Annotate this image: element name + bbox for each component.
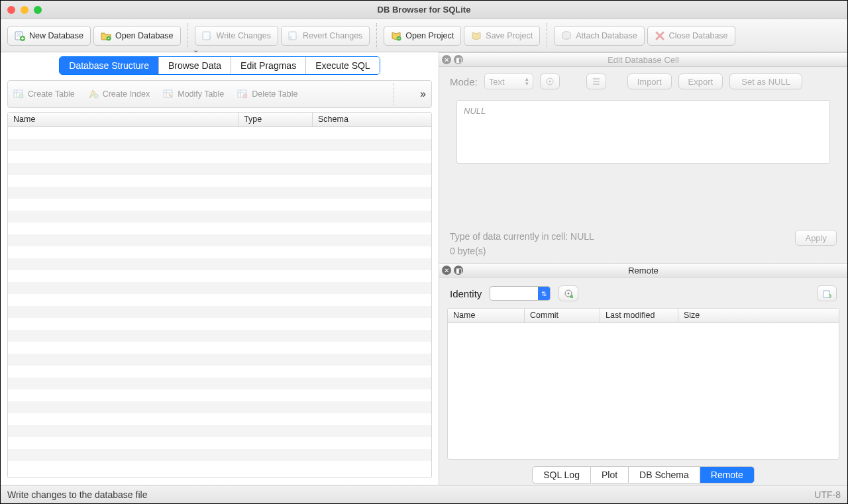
tab-plot[interactable]: Plot <box>591 467 629 483</box>
gear-icon <box>564 289 573 298</box>
overflow-icon[interactable]: » <box>420 88 426 100</box>
cell-value-box[interactable]: NULL <box>456 100 830 164</box>
status-encoding: UTF-8 <box>814 489 841 500</box>
tab-database-structure[interactable]: Database Structure <box>60 57 159 74</box>
cell-tool2-button[interactable] <box>586 74 606 89</box>
column-commit[interactable]: Commit <box>525 309 600 323</box>
main-toolbar: New Database Open Database ⌄ Write Chang… <box>1 19 847 52</box>
cell-tool1-button[interactable] <box>540 74 560 89</box>
export-button[interactable]: Export <box>678 74 723 89</box>
remote-push-button[interactable] <box>817 285 837 301</box>
create-index-button: Create Index <box>88 89 150 99</box>
create-index-label: Create Index <box>103 89 150 99</box>
minimize-window-icon[interactable] <box>21 6 28 14</box>
toolbar-separator <box>394 83 394 105</box>
tab-sql-log[interactable]: SQL Log <box>533 467 591 483</box>
table-row <box>8 389 431 401</box>
save-project-icon <box>471 30 482 41</box>
write-changes-button: Write Changes <box>195 26 278 46</box>
structure-table-body <box>8 127 431 478</box>
open-database-button[interactable]: Open Database <box>93 26 181 46</box>
close-database-button: Close Database <box>647 26 735 46</box>
cell-size-info: 0 byte(s) <box>450 246 837 256</box>
save-project-label: Save Project <box>486 31 533 40</box>
attach-database-label: Attach Database <box>576 31 637 40</box>
tab-execute-sql[interactable]: Execute SQL <box>306 57 380 74</box>
table-row <box>8 425 431 437</box>
set-null-button[interactable]: Set as NULL <box>729 74 802 89</box>
save-project-button: Save Project <box>464 26 540 46</box>
open-database-icon <box>101 30 111 41</box>
import-button[interactable]: Import <box>627 74 672 89</box>
table-row <box>8 151 431 163</box>
svg-rect-4 <box>289 32 296 40</box>
table-row <box>8 449 431 461</box>
column-last-modified[interactable]: Last modified <box>600 309 678 323</box>
table-row <box>8 354 431 366</box>
close-database-icon <box>655 30 665 41</box>
gear-icon <box>545 77 555 86</box>
tab-edit-pragmas[interactable]: Edit Pragmas <box>231 57 306 74</box>
delete-table-button: Delete Table <box>237 89 297 99</box>
close-window-icon[interactable] <box>7 6 15 14</box>
table-row <box>8 318 431 330</box>
remote-title: Remote <box>439 266 847 276</box>
mode-select[interactable]: Text ▴▾ <box>484 74 533 89</box>
remote-panel-header: ✕ ◧ Remote <box>439 263 847 277</box>
new-database-button[interactable]: New Database <box>7 26 91 46</box>
svg-point-14 <box>549 81 551 83</box>
table-row <box>8 234 431 246</box>
status-message: Write changes to the database file <box>7 489 147 500</box>
column-name[interactable]: Name <box>448 309 525 323</box>
revert-changes-icon <box>288 30 299 41</box>
table-row <box>8 187 431 199</box>
column-size[interactable]: Size <box>678 309 839 323</box>
open-project-button[interactable]: Open Project <box>384 26 461 46</box>
table-row <box>8 401 431 413</box>
zoom-window-icon[interactable] <box>34 6 42 14</box>
table-delete-icon <box>237 89 248 99</box>
list-icon <box>592 77 601 86</box>
create-table-label: Create Table <box>28 89 75 99</box>
table-row <box>8 127 431 139</box>
new-database-label: New Database <box>29 31 83 40</box>
remote-table-header: Name Commit Last modified Size <box>448 309 839 323</box>
structure-table-header: Name Type Schema <box>8 113 431 127</box>
new-database-icon <box>15 30 25 41</box>
window-controls <box>7 6 42 14</box>
remote-panel: ✕ ◧ Remote Identity ⇅ <box>439 263 847 485</box>
mode-label: Mode: <box>450 76 478 87</box>
status-bar: Write changes to the database file UTF-8 <box>1 485 847 503</box>
identity-label: Identity <box>450 288 482 299</box>
column-type[interactable]: Type <box>238 113 313 126</box>
table-row <box>8 199 431 211</box>
identity-select[interactable]: ⇅ <box>490 286 551 301</box>
identity-settings-button[interactable] <box>558 285 578 301</box>
edit-cell-panel: ✕ ◧ Edit Database Cell Mode: Text ▴▾ <box>439 52 847 263</box>
table-row <box>8 175 431 187</box>
column-name[interactable]: Name <box>8 113 238 126</box>
upload-icon <box>822 289 831 298</box>
table-row <box>8 366 431 378</box>
tab-remote[interactable]: Remote <box>700 467 754 483</box>
tab-browse-data[interactable]: Browse Data <box>159 57 231 74</box>
index-add-icon <box>88 89 99 99</box>
structure-toolbar: Create Table Create Index Modify Table D… <box>7 80 432 108</box>
attach-database-icon <box>561 30 572 41</box>
chevron-updown-icon: ⇅ <box>538 287 550 300</box>
mode-value: Text <box>489 77 505 87</box>
remote-table: Name Commit Last modified Size <box>447 308 839 460</box>
column-schema[interactable]: Schema <box>313 113 431 126</box>
titlebar: DB Browser for SQLite <box>1 1 847 19</box>
open-project-icon <box>391 30 401 41</box>
table-row <box>8 223 431 234</box>
modify-table-label: Modify Table <box>178 89 224 99</box>
table-row <box>8 378 431 389</box>
apply-button[interactable]: Apply <box>795 230 837 246</box>
close-database-label: Close Database <box>669 31 728 40</box>
open-database-dropdown-icon[interactable]: ⌄ <box>193 46 199 54</box>
tab-db-schema[interactable]: DB Schema <box>629 467 700 483</box>
toolbar-separator <box>187 23 188 48</box>
window-title: DB Browser for SQLite <box>1 5 847 15</box>
left-pane: Database Structure Browse Data Edit Prag… <box>1 52 439 485</box>
